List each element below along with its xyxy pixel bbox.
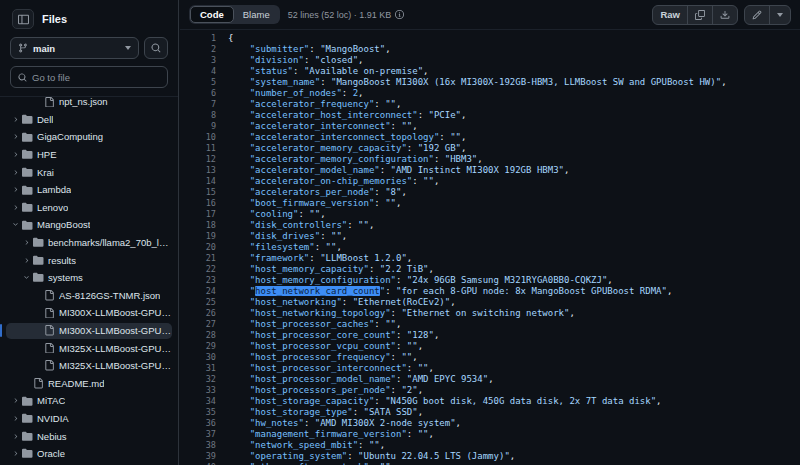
file-content-pane: Code Blame 52 lines (52 loc) · 1.91 KB R…	[180, 0, 800, 465]
tree-item-gigacomputing[interactable]: GigaComputing	[0, 128, 178, 146]
tree-item-hpe[interactable]: HPE	[0, 146, 178, 164]
tree-item-mi325x-llmboost-gpuboost[interactable]: MI325X-LLMBoost-GPUBoost-…	[0, 339, 178, 357]
tree-item-nvidia[interactable]: NVIDIA	[0, 410, 178, 428]
tree-item-mitac[interactable]: MiTAC	[0, 392, 178, 410]
tree-item-nebius[interactable]: Nebius	[0, 427, 178, 445]
go-to-file-input[interactable]	[32, 72, 160, 83]
line-number[interactable]: 24	[180, 286, 218, 297]
line-number[interactable]: 5	[180, 77, 218, 88]
raw-button[interactable]: Raw	[653, 6, 687, 24]
line-number[interactable]: 2	[180, 44, 218, 55]
line-number[interactable]: 37	[180, 429, 218, 440]
line-number[interactable]: 16	[180, 198, 218, 209]
tree-item-krai[interactable]: Krai	[0, 163, 178, 181]
line-number[interactable]: 20	[180, 242, 218, 253]
file-header: Code Blame 52 lines (52 loc) · 1.91 KB R…	[180, 0, 800, 30]
tree-item-mi300x-llmboost-gpuboost[interactable]: MI300X-LLMBoost-GPUBoost-…	[0, 322, 178, 340]
branch-selector[interactable]: main	[10, 37, 139, 59]
line-number[interactable]: 26	[180, 308, 218, 319]
line-number[interactable]: 14	[180, 176, 218, 187]
file-meta-text: 52 lines (52 loc) · 1.91 KB	[288, 10, 392, 20]
edit-button[interactable]	[745, 6, 769, 24]
line-number[interactable]: 13	[180, 165, 218, 176]
tree-item-label: MangoBoost	[37, 219, 90, 230]
tree-item-label: npt_ns.json	[59, 96, 108, 107]
code-line: 9 "accelerator_interconnect": "",	[180, 121, 800, 132]
code-line-content: "accelerator_memory_configuration": "HBM…	[218, 154, 483, 165]
tree-item-npt-ns-json[interactable]: npt_ns.json	[0, 96, 178, 111]
line-number[interactable]: 9	[180, 121, 218, 132]
line-number[interactable]: 17	[180, 209, 218, 220]
tree-item-mangoboost[interactable]: MangoBoost	[0, 216, 178, 234]
line-number[interactable]: 34	[180, 396, 218, 407]
edit-dropdown-button[interactable]	[769, 6, 790, 24]
line-number[interactable]: 35	[180, 407, 218, 418]
code-blame-switch: Code Blame	[189, 5, 280, 24]
code-line-content: "operating_system": "Ubuntu 22.04.5 LTS …	[218, 451, 515, 462]
line-number[interactable]: 15	[180, 187, 218, 198]
line-number[interactable]: 32	[180, 374, 218, 385]
line-number[interactable]: 7	[180, 99, 218, 110]
line-number[interactable]: 18	[180, 220, 218, 231]
chevron-right-icon	[10, 450, 21, 457]
tree-item-oracle[interactable]: Oracle	[0, 445, 178, 463]
copy-button[interactable]	[687, 6, 712, 24]
line-number[interactable]: 1	[180, 33, 218, 44]
search-this-repo-button[interactable]	[144, 37, 168, 59]
line-number[interactable]: 19	[180, 231, 218, 242]
line-number[interactable]: 39	[180, 451, 218, 462]
code-line: 10 "accelerator_interconnect_topology": …	[180, 132, 800, 143]
tab-blame[interactable]: Blame	[234, 7, 279, 22]
line-number[interactable]: 21	[180, 253, 218, 264]
code-line-content: "accelerator_frequency": "",	[218, 99, 401, 110]
file-meta: 52 lines (52 loc) · 1.91 KB	[288, 10, 405, 20]
line-number[interactable]: 8	[180, 110, 218, 121]
line-number[interactable]: 31	[180, 363, 218, 374]
tree-item-mi300x-llmboost-gpuboost[interactable]: MI300X-LLMBoost-GPUBoost-…	[0, 304, 178, 322]
code-line-content: "cooling": "",	[218, 209, 326, 220]
file-icon	[43, 325, 56, 336]
file-icon	[43, 360, 56, 371]
line-number[interactable]: 38	[180, 440, 218, 451]
tree-item-label: Lenovo	[37, 202, 68, 213]
line-number[interactable]: 10	[180, 132, 218, 143]
tree-item-dell[interactable]: Dell	[0, 111, 178, 129]
line-number[interactable]: 4	[180, 66, 218, 77]
tab-code[interactable]: Code	[190, 6, 234, 23]
line-number[interactable]: 23	[180, 275, 218, 286]
folder-icon	[21, 132, 34, 143]
line-number[interactable]: 33	[180, 385, 218, 396]
tree-item-results[interactable]: results	[0, 251, 178, 269]
code-line-content: "host_network_card_count": "for each 8-G…	[218, 286, 672, 297]
code-line-content: "host_memory_configuration": "24x 96GB S…	[218, 275, 613, 286]
line-number[interactable]: 12	[180, 154, 218, 165]
collapse-sidebar-button[interactable]	[12, 9, 34, 29]
code-line-content: "host_processor_frequency": "",	[218, 352, 418, 363]
code-line: 32 "host_processor_model_name": "AMD EPY…	[180, 374, 800, 385]
line-number[interactable]: 6	[180, 88, 218, 99]
line-number[interactable]: 27	[180, 319, 218, 330]
line-number[interactable]: 30	[180, 352, 218, 363]
line-number[interactable]: 3	[180, 55, 218, 66]
line-number[interactable]: 28	[180, 330, 218, 341]
code-line-content: "host_networking": "Ethernet(RoCEv2)",	[218, 297, 456, 308]
line-number[interactable]: 11	[180, 143, 218, 154]
download-button[interactable]	[712, 6, 737, 24]
tree-item-mi325x-llmboost-gpuboost[interactable]: MI325X-LLMBoost-GPUBoost-…	[0, 357, 178, 375]
code-line-content: {	[218, 33, 233, 44]
tree-item-as-8126gs-tnmr-json[interactable]: AS-8126GS-TNMR.json	[0, 287, 178, 305]
line-number[interactable]: 29	[180, 341, 218, 352]
tree-item-lambda[interactable]: Lambda	[0, 181, 178, 199]
tree-item-systems[interactable]: systems	[0, 269, 178, 287]
code-line: 13 "accelerator_model_name": "AMD Instin…	[180, 165, 800, 176]
tree-item-benchmarks-llama2-70b-lora-im[interactable]: benchmarks/llama2_70b_lora/im…	[0, 234, 178, 252]
line-number[interactable]: 25	[180, 297, 218, 308]
download-icon	[720, 10, 730, 20]
chevron-right-icon	[10, 186, 21, 193]
tree-item-readme-md[interactable]: README.md	[0, 375, 178, 393]
line-number[interactable]: 22	[180, 264, 218, 275]
info-icon[interactable]	[395, 10, 404, 19]
tree-item-lenovo[interactable]: Lenovo	[0, 199, 178, 217]
chevron-right-icon	[10, 116, 21, 123]
line-number[interactable]: 36	[180, 418, 218, 429]
